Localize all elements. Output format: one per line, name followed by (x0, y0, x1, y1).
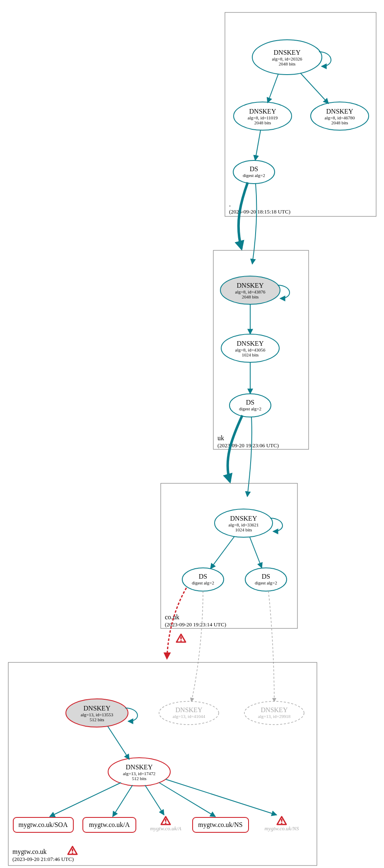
svg-text:DNSKEY: DNSKEY (126, 764, 153, 771)
svg-text:digest alg=2: digest alg=2 (239, 406, 261, 411)
svg-text:DNSKEY: DNSKEY (237, 282, 264, 289)
node-my-zsk[interactable]: DNSKEY alg=13, id=17472 512 bits (108, 758, 170, 786)
node-my-ksk[interactable]: DNSKEY alg=13, id=13553 512 bits (66, 699, 138, 727)
edge (159, 783, 215, 817)
svg-text:alg=13, id=13553: alg=13, id=13553 (81, 712, 114, 717)
svg-text:DNSKEY: DNSKEY (326, 108, 353, 115)
svg-text:512 bits: 512 bits (89, 717, 104, 722)
zone-couk-label: co.uk (165, 613, 179, 621)
edge (255, 130, 261, 160)
svg-text:alg=8, id=46780: alg=8, id=46780 (325, 115, 355, 120)
node-my-ghost2[interactable]: DNSKEY alg=13, id=29918 (244, 701, 304, 725)
svg-text:alg=13, id=17472: alg=13, id=17472 (123, 771, 155, 776)
node-couk-ds2[interactable]: DS digest alg=2 (245, 568, 287, 591)
svg-text:digest alg=2: digest alg=2 (192, 580, 214, 585)
node-couk-ds1[interactable]: DS digest alg=2 (182, 568, 224, 591)
svg-text:DNSKEY: DNSKEY (230, 515, 257, 522)
node-my-ns[interactable]: mygtw.co.uk/NS (193, 817, 249, 832)
svg-text:mygtw.co.uk/NS: mygtw.co.uk/NS (265, 825, 299, 832)
svg-text:2048 bits: 2048 bits (279, 61, 296, 66)
svg-text:mygtw.co.uk/A: mygtw.co.uk/A (150, 825, 181, 832)
svg-text:1024 bits: 1024 bits (242, 352, 259, 357)
edge (50, 783, 121, 817)
svg-text:alg=8, id=33621: alg=8, id=33621 (229, 522, 259, 527)
node-my-ghost1[interactable]: DNSKEY alg=13, id=41044 (159, 701, 219, 725)
node-root-ds[interactable]: DS digest alg=2 (233, 160, 275, 184)
node-uk-ksk[interactable]: DNSKEY alg=8, id=43876 2048 bits (220, 276, 290, 304)
zone-uk: uk (2023-09-20 19:23:06 UTC) DNSKEY alg=… (213, 250, 309, 449)
warning-icon (68, 846, 77, 854)
edge (145, 785, 164, 815)
svg-text:512 bits: 512 bits (132, 776, 146, 781)
edge (252, 184, 257, 264)
svg-text:DNSKEY: DNSKEY (249, 108, 276, 115)
svg-text:DNSKEY: DNSKEY (274, 49, 301, 56)
zone-couk: co.uk (2023-09-20 19:23:14 UTC) DNSKEY a… (161, 483, 297, 628)
dnssec-graph: . (2023-09-20 18:15:18 UTC) DNSKEY alg=8… (0, 0, 384, 868)
node-root-zsk1[interactable]: DNSKEY alg=8, id=11019 2048 bits (234, 102, 292, 130)
node-uk-ds[interactable]: DS digest alg=2 (229, 394, 271, 417)
svg-text:1024 bits: 1024 bits (235, 527, 252, 532)
svg-text:mygtw.co.uk/NS: mygtw.co.uk/NS (198, 821, 242, 829)
svg-text:alg=8, id=20326: alg=8, id=20326 (272, 56, 302, 61)
svg-text:2048 bits: 2048 bits (242, 294, 259, 299)
svg-text:mygtw.co.uk/A: mygtw.co.uk/A (89, 821, 130, 829)
node-my-ns-ghost: mygtw.co.uk/NS (265, 817, 299, 832)
zone-my: mygtw.co.uk (2023-09-20 21:07:46 UTC) DN… (8, 662, 317, 866)
svg-text:DNSKEY: DNSKEY (261, 706, 288, 713)
node-uk-zsk[interactable]: DNSKEY alg=8, id=43056 1024 bits (221, 334, 279, 362)
edge (300, 73, 328, 104)
svg-text:DNSKEY: DNSKEY (176, 706, 203, 713)
svg-text:DS: DS (262, 573, 270, 580)
svg-text:DS: DS (250, 165, 258, 172)
svg-text:alg=8, id=43056: alg=8, id=43056 (235, 347, 266, 352)
edge (191, 591, 203, 702)
node-root-ksk[interactable]: DNSKEY alg=8, id=20326 2048 bits (252, 40, 331, 75)
svg-text:mygtw.co.uk/SOA: mygtw.co.uk/SOA (19, 821, 68, 829)
node-my-a-ghost: mygtw.co.uk/A (150, 817, 181, 832)
edge (247, 417, 252, 497)
svg-text:2048 bits: 2048 bits (331, 120, 348, 125)
svg-text:digest alg=2: digest alg=2 (255, 580, 277, 585)
svg-text:alg=8, id=43876: alg=8, id=43876 (235, 289, 266, 294)
svg-text:DNSKEY: DNSKEY (84, 705, 111, 712)
delegation-uk-couk (228, 415, 242, 482)
svg-text:alg=13, id=29918: alg=13, id=29918 (258, 714, 291, 719)
svg-text:DS: DS (199, 573, 207, 580)
svg-text:DS: DS (246, 399, 254, 406)
node-my-a[interactable]: mygtw.co.uk/A (83, 817, 136, 832)
edge (210, 536, 234, 569)
delegation-root-uk (239, 182, 248, 249)
edge (250, 537, 262, 568)
svg-text:2048 bits: 2048 bits (254, 120, 271, 125)
zone-my-label: mygtw.co.uk (12, 848, 47, 856)
svg-text:digest alg=2: digest alg=2 (243, 173, 265, 178)
node-root-zsk2[interactable]: DNSKEY alg=8, id=46780 2048 bits (311, 102, 369, 130)
warning-icon (176, 634, 186, 642)
svg-text:alg=13, id=41044: alg=13, id=41044 (173, 714, 205, 719)
svg-text:alg=8, id=11019: alg=8, id=11019 (248, 115, 278, 120)
edge (268, 74, 278, 103)
svg-text:DNSKEY: DNSKEY (237, 340, 264, 347)
zone-uk-time: (2023-09-20 19:23:06 UTC) (217, 442, 279, 449)
edge (268, 591, 274, 702)
edge (108, 726, 129, 759)
svg-rect-31 (161, 483, 297, 628)
zone-couk-time: (2023-09-20 19:23:14 UTC) (165, 621, 226, 628)
node-my-soa[interactable]: mygtw.co.uk/SOA (13, 817, 73, 832)
zone-root-label: . (229, 201, 231, 208)
node-couk-ksk[interactable]: DNSKEY alg=8, id=33621 1024 bits (215, 509, 283, 537)
zone-uk-label: uk (217, 434, 224, 441)
zone-my-time: (2023-09-20 21:07:46 UTC) (12, 856, 74, 862)
edge (113, 785, 133, 817)
